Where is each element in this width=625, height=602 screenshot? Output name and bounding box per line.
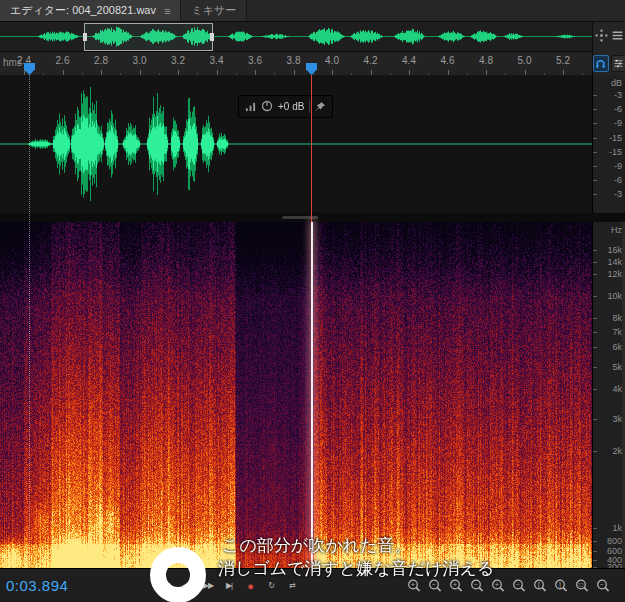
panel-list-icon[interactable] [611, 28, 624, 46]
hud-gain-control[interactable]: +0 dB [238, 95, 333, 118]
db-tick-mark [593, 180, 597, 181]
zoom-to-in-point-button[interactable]: [ [529, 576, 550, 595]
divider-grip[interactable] [282, 216, 318, 219]
zoom-to-out-point-button[interactable]: ] [550, 576, 571, 595]
spectrogram-canvas[interactable] [0, 222, 592, 568]
freq-tick-mark [593, 419, 597, 420]
ruler-tick-label: 5.2 [556, 55, 570, 66]
annotation-text-line2: 消しゴムで消すと嫌な音だけ消える [218, 557, 494, 580]
freq-tick-mark [593, 528, 597, 529]
db-tick-mark [593, 109, 597, 110]
freq-tick-label: 1k [612, 523, 622, 533]
freq-tick-label: 8k [612, 313, 622, 323]
amplitude-unit-label: dB [611, 78, 622, 88]
db-tick-label: -9 [614, 161, 622, 171]
freq-tick-label: 5k [612, 362, 622, 372]
ruler-tick-label: 4.2 [364, 55, 378, 66]
amplitude-ruler[interactable]: dB -3-6-9-15-15-9-6-3 [592, 75, 625, 213]
zoom-out-full-button[interactable]: − [592, 576, 613, 595]
audio-editor-window: エディター: 004_200821.wav ≡ ミキサー hms 2.42.62… [0, 0, 625, 602]
ruler-tick-label: 3.8 [287, 55, 301, 66]
playhead-line-spectro[interactable] [311, 222, 313, 568]
ruler-tick-label: 4.4 [402, 55, 416, 66]
svg-text:−: − [432, 580, 436, 587]
tab-mixer-label: ミキサー [191, 3, 236, 18]
db-tick-label: -3 [614, 189, 622, 199]
panel-menu-icon[interactable]: ≡ [164, 5, 170, 17]
pan-icon[interactable] [595, 28, 608, 46]
panel-divider[interactable] [0, 213, 625, 222]
freq-tick-mark [593, 451, 597, 452]
frequency-ruler[interactable]: Hz 16k14k12k10k8k7k6k5k4k3k2k1k800600400… [592, 222, 625, 568]
svg-text:−: − [516, 580, 520, 587]
ruler-tick-label: 3.0 [133, 55, 147, 66]
db-tick-label: -3 [614, 90, 622, 100]
ruler-tick-label: 4.6 [441, 55, 455, 66]
db-tick-label: -6 [614, 175, 622, 185]
ruler-tick-label: 4.8 [479, 55, 493, 66]
frequency-unit-label: Hz [611, 225, 622, 235]
freq-tick-label: 14k [607, 257, 622, 267]
magnifier-icon: □ [574, 578, 590, 594]
db-tick-label: -15 [609, 147, 622, 157]
db-tick-label: -6 [614, 104, 622, 114]
freq-tick-label: 2k [612, 446, 622, 456]
ruler-tick-label: 2.8 [94, 55, 108, 66]
freq-tick-mark [593, 296, 597, 297]
svg-text:−: − [600, 580, 604, 587]
freq-tick-mark [593, 389, 597, 390]
freq-tick-mark [593, 347, 597, 348]
time-display: 0:03.894 [6, 577, 68, 594]
db-tick-mark [593, 95, 597, 96]
db-tick-mark [593, 138, 597, 139]
magnifier-icon: ] [553, 578, 569, 594]
spectrogram-panel[interactable] [0, 222, 592, 568]
svg-text:−: − [474, 580, 478, 587]
db-tick-mark [593, 152, 597, 153]
monitor-toggle-icon[interactable] [593, 55, 609, 72]
annotation-circle [150, 547, 206, 602]
ruler-tick-label: 4.0 [325, 55, 339, 66]
svg-text:+: + [411, 580, 415, 587]
overview-strip[interactable] [0, 22, 592, 51]
freq-tick-mark [593, 318, 597, 319]
magnifier-icon: [ [532, 578, 548, 594]
ruler-tick-label: 2.6 [56, 55, 70, 66]
freq-tick-mark [593, 274, 597, 275]
ruler-toolbar [592, 51, 625, 75]
zoom-to-selection-button[interactable]: □ [571, 576, 592, 595]
svg-text:+: + [495, 580, 499, 587]
freq-tick-mark [593, 262, 597, 263]
selection-guide-line [29, 75, 30, 568]
freq-tick-mark [593, 551, 597, 552]
db-tick-mark [593, 123, 597, 124]
freq-tick-mark [593, 560, 597, 561]
freq-tick-mark [593, 332, 597, 333]
pin-hud-icon[interactable] [315, 98, 326, 116]
freq-tick-label: 800 [607, 536, 622, 546]
ruler-tick-label: 3.6 [248, 55, 262, 66]
freq-tick-label: 16k [607, 245, 622, 255]
overview-toolbar [592, 22, 625, 51]
ruler-tick-label: 3.4 [210, 55, 224, 66]
freq-tick-label: 6k [612, 342, 622, 352]
tab-editor-label: エディター: 004_200821.wav [10, 3, 156, 18]
db-tick-mark [593, 166, 597, 167]
magnifier-icon: − [595, 578, 611, 594]
freq-tick-mark [593, 250, 597, 251]
tab-mixer[interactable]: ミキサー [181, 0, 247, 21]
svg-text:+: + [453, 580, 457, 587]
gain-knob-icon[interactable] [261, 98, 273, 116]
freq-tick-label: 12k [607, 269, 622, 279]
tab-editor[interactable]: エディター: 004_200821.wav ≡ [0, 0, 181, 21]
settings-sliders-icon[interactable] [611, 55, 625, 72]
panel-tab-bar: エディター: 004_200821.wav ≡ ミキサー [0, 0, 625, 22]
annotation-text-line1: この部分が吹かれた音。 [222, 534, 411, 557]
db-tick-mark [593, 194, 597, 195]
time-ruler[interactable]: hms 2.42.62.83.03.23.43.63.84.04.24.44.6… [0, 51, 592, 76]
svg-text:□: □ [579, 580, 583, 587]
overview-view-selector[interactable] [84, 23, 213, 51]
svg-text:]: ] [559, 580, 561, 588]
hud-gain-value[interactable]: +0 dB [278, 101, 304, 112]
zoom-out-amplitude-button[interactable]: − [508, 576, 529, 595]
